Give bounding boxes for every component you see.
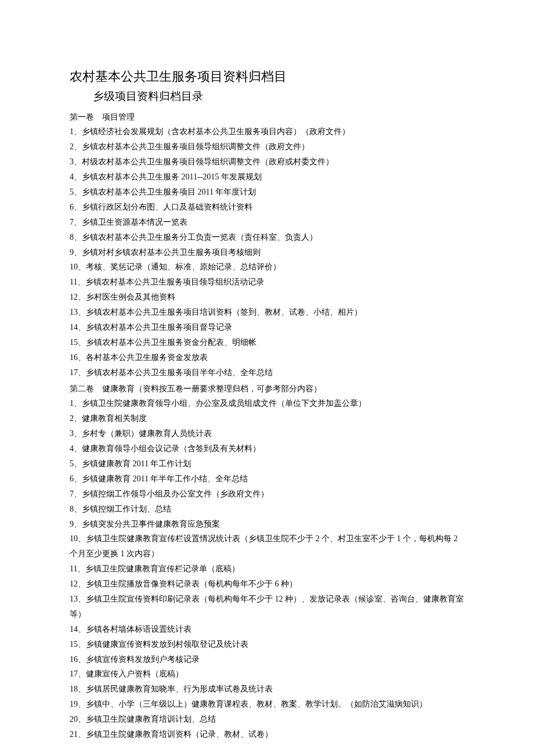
- list-item: 16、乡镇宣传资料发放到户考核记录: [70, 652, 464, 667]
- list-item: 6、乡镇健康教育 2011 年半年工作小结、全年总结: [70, 471, 464, 487]
- list-item: 5、乡镇农村基本公共卫生服务项目 2011 年年度计划: [70, 185, 464, 200]
- list-item: 10、乡镇卫生院健康教育宣传栏设置情况统计表（乡镇卫生院不少于 2 个、村卫生室…: [70, 531, 464, 561]
- section-1: 第一卷 项目管理 1、乡镇经济社会发展规划（含农村基本公共卫生服务项目内容）（政…: [70, 110, 464, 380]
- list-item: 4、乡镇农村基本公共卫生服务 2011--2015 年发展规划: [70, 170, 464, 185]
- list-item: 12、乡村医生例会及其他资料: [70, 290, 464, 305]
- list-item: 11、乡镇卫生院健康教育宣传栏记录单（底稿）: [70, 561, 464, 577]
- list-item: 17、健康宣传入户资料（底稿）: [70, 667, 464, 682]
- list-item: 9、乡镇突发分共卫事件健康教育应急预案: [70, 517, 464, 532]
- section-2: 第二卷 健康教育（资料按五卷一册要求整理归档，可参考部分内容） 1、乡镇卫生院健…: [70, 381, 464, 742]
- list-item: 10、考核、奖惩记录（通知、标准、原始记录、总结评价）: [70, 260, 464, 275]
- list-item: 21、乡镇卫生院健康教育培训资料（记录、教材、试卷）: [70, 727, 464, 742]
- document-title: 农村基本公共卫生服务项目资料归档目: [70, 67, 464, 86]
- list-item: 11、乡镇农村基本公共卫生服务项目领导组织活动记录: [70, 275, 464, 290]
- list-item: 8、乡镇控烟工作计划、总结: [70, 502, 464, 517]
- section-2-header: 第二卷 健康教育（资料按五卷一册要求整理归档，可参考部分内容）: [70, 381, 464, 397]
- document-subtitle: 乡级项目资料归档目录: [93, 88, 464, 105]
- list-item: 7、乡镇控烟工作领导小组及办公室文件（乡政府文件）: [70, 487, 464, 502]
- list-item: 5、乡镇健康教育 2011 年工作计划: [70, 456, 464, 471]
- list-item: 19、乡镇中、小学（三年级以上）健康教育课程表、教材、教案、教学计划。（如防治艾…: [70, 697, 464, 712]
- list-item: 14、乡镇各村墙体标语设置统计表: [70, 622, 464, 637]
- list-item: 15、乡镇农村基本公共卫生服务资金分配表、明细帐: [70, 335, 464, 350]
- list-item: 13、乡镇农村基本公共卫生服务项目培训资料（签到、教材、试卷、小结、相片）: [70, 305, 464, 320]
- list-item: 2、健康教育相关制度: [70, 411, 464, 426]
- list-item: 13、乡镇卫生院宣传资料印刷记录表（每机构每年不少于 12 种）、发放记录表（候…: [70, 592, 464, 622]
- list-item: 3、村级农村基本公共卫生服务项目领导组织调整文件（政府或村委文件）: [70, 154, 464, 170]
- list-item: 2、乡镇农村基本公共卫生服务项目领导组织调整文件（政府文件）: [70, 139, 464, 154]
- list-item: 1、乡镇经济社会发展规划（含农村基本公共卫生服务项目内容）（政府文件）: [70, 124, 464, 139]
- list-item: 17、乡镇农村基本公共卫生服务项目半年小结、全年总结: [70, 365, 464, 380]
- list-item: 3、乡村专（兼职）健康教育人员统计表: [70, 426, 464, 441]
- list-item: 7、乡镇卫生资源基本情况一览表: [70, 215, 464, 230]
- list-item: 1、乡镇卫生院健康教育领导小组、办公室及成员组成文件（单位下文并加盖公章）: [70, 396, 464, 411]
- list-item: 6、乡镇行政区划分布图、人口及基础资料统计资料: [70, 200, 464, 215]
- list-item: 4、健康教育领导小组会议记录（含签到及有关材料）: [70, 441, 464, 456]
- list-item: 8、乡镇农村基本公共卫生服务分工负责一览表（责任科室、负责人）: [70, 230, 464, 245]
- list-item: 20、乡镇卫生院健康教育培训计划、总结: [70, 712, 464, 727]
- section-1-header: 第一卷 项目管理: [70, 110, 464, 125]
- list-item: 9、乡镇对村乡镇农村基本公共卫生服务项目考核细则: [70, 245, 464, 260]
- list-item: 12、乡镇卫生院播放音像资料记录表（每机构每年不少于 6 种）: [70, 577, 464, 592]
- list-item: 14、乡镇农村基本公共卫生服务项目督导记录: [70, 320, 464, 335]
- list-item: 15、乡镇健康宣传资料发放到村领取登记及统计表: [70, 637, 464, 652]
- list-item: 16、各村基本公共卫生服务资金发放表: [70, 350, 464, 365]
- list-item: 18、乡镇居民健康教育知晓率、行为形成率试卷及统计表: [70, 682, 464, 697]
